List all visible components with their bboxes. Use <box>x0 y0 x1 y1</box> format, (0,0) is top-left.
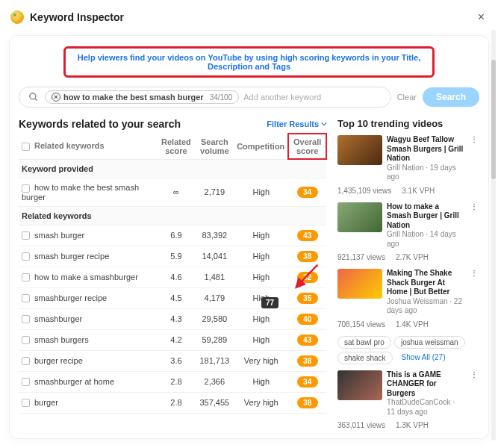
trending-video[interactable]: Making The Shake Shack Burger At Home | … <box>337 269 479 316</box>
search-box[interactable]: × how to make the best smash burger 34/1… <box>19 87 391 108</box>
table-row[interactable]: how to make a smashburger4.61,481High32 <box>19 267 326 287</box>
suggestion-tag[interactable]: sat bawl pro <box>337 336 391 349</box>
clear-button[interactable]: Clear <box>397 93 417 102</box>
search-placeholder[interactable]: Add another keyword <box>243 93 382 102</box>
row-checkbox[interactable] <box>22 336 30 344</box>
trending-video[interactable]: How to make a Smash Burger | Grill Natio… <box>337 202 479 249</box>
keyword-text: burger recipe <box>34 356 83 365</box>
col-related-score[interactable]: Related score <box>157 134 195 159</box>
row-checkbox[interactable] <box>22 184 30 193</box>
video-thumbnail[interactable] <box>337 135 382 165</box>
chip-remove-icon[interactable]: × <box>52 93 60 102</box>
table-row[interactable]: smash burger6.983,392High43 <box>19 225 326 246</box>
trending-title: Top 10 trending videos <box>337 118 479 129</box>
col-related-keywords[interactable]: Related keywords <box>19 134 157 159</box>
results-title: Keywords related to your search <box>19 118 181 130</box>
row-checkbox[interactable] <box>22 399 30 407</box>
modal-title: Keyword Inspector <box>30 11 124 23</box>
video-title: How to make a Smash Burger | Grill Natio… <box>387 202 464 231</box>
info-banner: Help viewers find your videos on YouTube… <box>63 46 435 78</box>
annotation-arrow <box>289 264 319 293</box>
keyword-text: smash burgers <box>34 335 89 344</box>
table-row[interactable]: smash burger recipe5.914,041High38 <box>19 246 326 267</box>
video-channel: Grill Nation · 19 days ago <box>387 164 464 182</box>
overall-score-pill: 38 <box>297 355 318 367</box>
video-stats: 1,435,109 views3.1K VPH <box>337 187 479 195</box>
row-checkbox[interactable] <box>22 273 30 281</box>
video-channel: ThatDudeCanCook · 11 days ago <box>387 398 464 417</box>
overall-score-pill: 38 <box>297 397 318 408</box>
subheader-provided: Keyword provided <box>19 159 326 178</box>
overall-score-pill: 43 <box>297 230 318 241</box>
video-menu-icon[interactable]: ⋮ <box>469 135 479 182</box>
video-menu-icon[interactable]: ⋮ <box>469 370 479 417</box>
overall-score-pill: 34 <box>297 187 318 198</box>
row-checkbox[interactable] <box>22 315 30 323</box>
table-row[interactable]: burger2.8357,455Very high38 <box>19 392 326 413</box>
keyword-text: how to make a smashburger <box>34 273 138 281</box>
video-title: Making The Shake Shack Burger At Home | … <box>387 269 464 297</box>
video-thumbnail[interactable] <box>337 269 382 299</box>
video-thumbnail[interactable] <box>337 370 382 400</box>
table-row[interactable]: smashburger recipe4.54,179High35 <box>19 287 326 308</box>
video-title: This is a GAME CHANGER for Burgers <box>387 370 464 399</box>
trending-video[interactable]: Wagyu Beef Tallow Smash Burgers | Grill … <box>337 135 479 182</box>
keyword-text: burger <box>34 398 58 407</box>
table-row[interactable]: smashburger at home2.82,366High34 <box>19 371 326 392</box>
chip-count: 34/100 <box>210 93 233 102</box>
video-stats: 708,154 views1.4K VPH <box>337 320 479 329</box>
subheader-related: Related keywords <box>19 206 326 225</box>
row-checkbox[interactable] <box>22 378 30 386</box>
keyword-text: how to make the best smash burger <box>22 183 139 202</box>
video-channel: Joshua Weissman · 22 days ago <box>387 297 464 316</box>
suggestion-tag[interactable]: shake shack <box>337 352 393 364</box>
video-stats: 921,137 views2.7K VPH <box>337 253 479 261</box>
scrollbar-thumb[interactable] <box>491 60 496 179</box>
keyword-text: smashburger recipe <box>34 293 107 302</box>
svg-line-1 <box>35 99 37 101</box>
overall-score-pill: 35 <box>297 293 318 304</box>
video-stats: 363,011 views1.3K VPH <box>337 421 479 429</box>
search-icon <box>27 90 40 104</box>
table-row[interactable]: smashburger4.329,580High40 <box>19 308 326 329</box>
chip-text: how to make the best smash burger <box>63 93 204 102</box>
video-title: Wagyu Beef Tallow Smash Burgers | Grill … <box>387 135 464 164</box>
suggestion-tags: sat bawl projoshua weissmanshake shackSh… <box>337 336 479 364</box>
keyword-text: smashburger at home <box>34 377 114 386</box>
overall-score-pill: 40 <box>297 314 318 325</box>
suggestion-tag[interactable]: joshua weissman <box>394 336 465 349</box>
video-menu-icon[interactable]: ⋮ <box>469 202 479 249</box>
score-tooltip: 77 <box>261 297 278 308</box>
search-button[interactable]: Search <box>423 87 479 107</box>
col-overall-score[interactable]: Overall score <box>288 134 326 159</box>
keyword-text: smashburger <box>34 314 82 323</box>
table-row[interactable]: smash burgers4.259,289High43 <box>19 329 326 350</box>
keywords-table: Related keywords Related score Search vo… <box>19 133 327 414</box>
trending-video[interactable]: This is a GAME CHANGER for Burgers ThatD… <box>337 370 479 417</box>
svg-point-0 <box>30 93 36 99</box>
logo-icon <box>10 10 24 24</box>
video-thumbnail[interactable] <box>337 202 382 232</box>
close-button[interactable]: × <box>475 7 488 27</box>
video-channel: Grill Nation · 14 days ago <box>387 230 464 249</box>
overall-score-pill: 38 <box>297 251 318 262</box>
col-competition[interactable]: Competition <box>234 134 288 159</box>
overall-score-pill: 34 <box>297 376 318 388</box>
keyword-text: smash burger recipe <box>34 252 109 261</box>
filter-results-link[interactable]: Filter Results <box>267 119 327 128</box>
chevron-down-icon <box>321 121 327 127</box>
table-row[interactable]: burger recipe3.6181,713Very high38 <box>19 350 326 371</box>
keyword-text: smash burger <box>34 231 84 240</box>
scrollbar-track[interactable] <box>491 30 496 441</box>
show-all-link[interactable]: Show All (27) <box>396 352 452 364</box>
col-search-volume[interactable]: Search volume <box>195 134 234 159</box>
video-menu-icon[interactable]: ⋮ <box>469 269 479 316</box>
select-all-checkbox[interactable] <box>22 143 30 151</box>
table-row[interactable]: how to make the best smash burger∞2,719H… <box>19 178 326 207</box>
row-checkbox[interactable] <box>22 252 30 261</box>
row-checkbox[interactable] <box>22 231 30 240</box>
row-checkbox[interactable] <box>22 357 30 365</box>
overall-score-pill: 43 <box>297 335 318 346</box>
keyword-chip[interactable]: × how to make the best smash burger 34/1… <box>45 90 239 104</box>
row-checkbox[interactable] <box>22 294 30 302</box>
